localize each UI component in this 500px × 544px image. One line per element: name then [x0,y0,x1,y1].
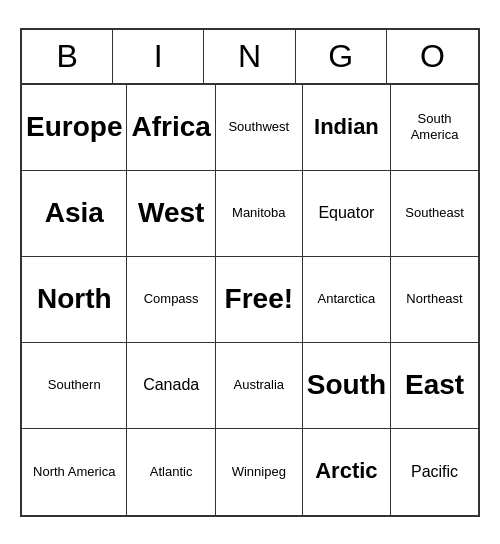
cell-text: South [307,368,386,402]
cell-text: Canada [143,375,199,394]
bingo-cell: Winnipeg [216,429,303,515]
cell-text: Europe [26,110,122,144]
cell-text: Southern [48,377,101,393]
cell-text: Arctic [315,458,377,484]
cell-text: Asia [45,196,104,230]
cell-text: Indian [314,114,379,140]
bingo-cell: Indian [303,85,391,171]
bingo-card: BINGO EuropeAfricaSouthwestIndianSouth A… [20,28,480,517]
cell-text: Free! [225,282,293,316]
bingo-cell: North [22,257,127,343]
bingo-cell: Canada [127,343,215,429]
cell-text: Compass [144,291,199,307]
header-letter: I [113,30,204,83]
bingo-cell: Europe [22,85,127,171]
bingo-cell: Atlantic [127,429,215,515]
cell-text: Manitoba [232,205,285,221]
bingo-cell: Pacific [391,429,478,515]
bingo-header: BINGO [22,30,478,85]
cell-text: Atlantic [150,464,193,480]
bingo-cell: East [391,343,478,429]
cell-text: East [405,368,464,402]
header-letter: N [204,30,295,83]
bingo-cell: Northeast [391,257,478,343]
bingo-grid: EuropeAfricaSouthwestIndianSouth America… [22,85,478,515]
bingo-cell: Africa [127,85,215,171]
bingo-cell: North America [22,429,127,515]
cell-text: Australia [234,377,285,393]
bingo-cell: Asia [22,171,127,257]
header-letter: B [22,30,113,83]
bingo-cell: South America [391,85,478,171]
bingo-cell: Free! [216,257,303,343]
bingo-cell: Southeast [391,171,478,257]
cell-text: Equator [318,203,374,222]
bingo-cell: Equator [303,171,391,257]
header-letter: G [296,30,387,83]
bingo-cell: Manitoba [216,171,303,257]
bingo-cell: Southern [22,343,127,429]
cell-text: Southwest [228,119,289,135]
cell-text: South America [395,111,474,142]
cell-text: Pacific [411,462,458,481]
bingo-cell: Arctic [303,429,391,515]
cell-text: West [138,196,204,230]
header-letter: O [387,30,478,83]
bingo-cell: Antarctica [303,257,391,343]
cell-text: Northeast [406,291,462,307]
cell-text: Antarctica [318,291,376,307]
bingo-cell: South [303,343,391,429]
bingo-cell: West [127,171,215,257]
bingo-cell: Compass [127,257,215,343]
bingo-cell: Southwest [216,85,303,171]
cell-text: North [37,282,112,316]
cell-text: North America [33,464,115,480]
bingo-cell: Australia [216,343,303,429]
cell-text: Africa [131,110,210,144]
cell-text: Southeast [405,205,464,221]
cell-text: Winnipeg [232,464,286,480]
